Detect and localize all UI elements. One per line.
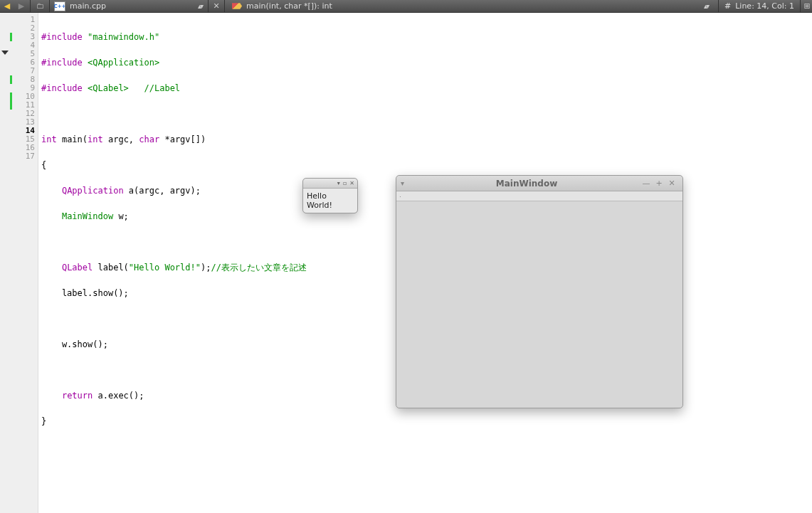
toolbar-divider [718,0,719,12]
file-tab[interactable]: C++ main.cpp [51,1,194,11]
cursor-position: Line: 14, Col: 1 [735,1,794,11]
close-icon[interactable]: ✕ [665,179,678,188]
hello-window-content: Hello World! [303,189,357,213]
sidebar-toggle-icon[interactable]: ⊞ [802,1,812,11]
line-number-gutter: 1234567891011121314151617 [10,13,38,513]
toolbar-divider [49,0,50,12]
window-menu-icon[interactable]: ▾ [401,179,413,187]
change-bar [10,101,12,110]
close-tab-icon[interactable]: ✕ [210,1,223,11]
close-icon[interactable]: ✕ [349,180,354,186]
hash-icon: # [724,1,731,11]
toolbar-divider [800,0,801,12]
main-window-menubar[interactable]: . [396,191,682,201]
change-bar [10,75,12,84]
cpp-file-icon: C++ [54,1,65,11]
file-tab-selector-icon[interactable]: ▴▾ [194,2,206,10]
minimize-icon[interactable]: — [640,179,653,188]
change-bar [10,92,12,101]
main-window[interactable]: ▾ MainWindow — + ✕ . [396,175,683,408]
symbol-tab[interactable]: main(int, char *[]): int ▴▾ [226,1,717,11]
fold-toggle-icon[interactable] [1,51,9,55]
main-window-title: MainWindow [413,179,640,189]
toolbar-divider [224,0,225,12]
maximize-icon[interactable]: + [653,179,665,188]
main-window-content [396,201,682,408]
window-restore-icon[interactable]: ▫ [343,180,347,186]
symbol-tab-text: main(int, char *[]): int [246,1,700,11]
status-area: # Line: 14, Col: 1 [720,1,798,11]
main-window-titlebar[interactable]: ▾ MainWindow — + ✕ [396,176,682,191]
window-menu-icon[interactable]: ▾ [337,180,340,186]
lock-icon[interactable]: 🗀 [32,1,48,11]
line-number: 17 [10,152,35,161]
toolbar-divider [208,0,209,12]
hello-window-titlebar[interactable]: ▾ ▫ ✕ [303,179,357,189]
change-bar [10,33,12,41]
symbol-selector-icon[interactable]: ▴▾ [700,2,712,10]
pencil-icon [232,1,242,11]
nav-back-icon[interactable]: ◀ [0,0,14,13]
file-tab-name: main.cpp [70,1,186,11]
nav-forward-icon[interactable]: ▶ [14,0,28,13]
top-toolbar: ◀ ▶ 🗀 C++ main.cpp ▴▾ ✕ main(int, char *… [0,0,812,13]
toolbar-divider [30,0,31,12]
fold-column [0,13,10,513]
hello-world-window[interactable]: ▾ ▫ ✕ Hello World! [302,178,358,213]
